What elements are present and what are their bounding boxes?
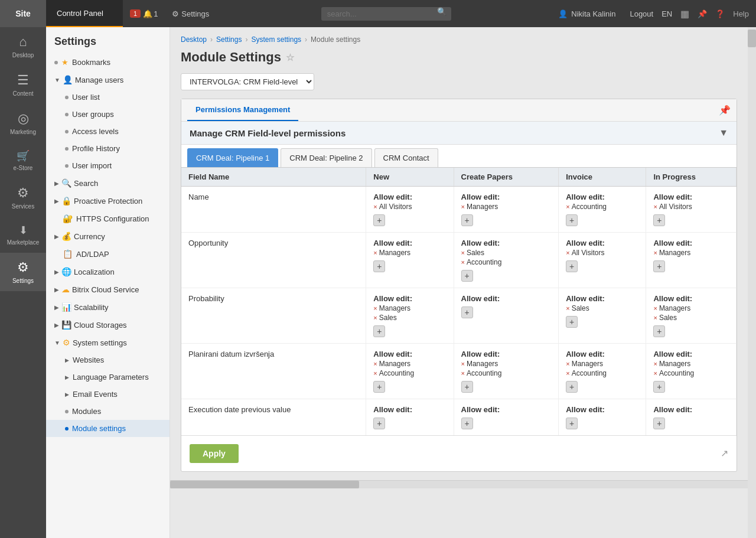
sidebar-item-profile-history[interactable]: Profile History xyxy=(46,140,170,157)
remove-tag-icon[interactable]: × xyxy=(653,360,657,367)
remove-tag-icon[interactable]: × xyxy=(461,203,465,210)
apply-button[interactable]: Apply xyxy=(190,444,239,463)
breadcrumb-system-settings[interactable]: System settings xyxy=(251,35,301,44)
share-icon[interactable]: ↗ xyxy=(721,448,728,459)
bottom-scrollbar[interactable] xyxy=(170,480,748,488)
sidebar-item-marketing[interactable]: ◎ Marketing xyxy=(0,104,46,142)
remove-tag-icon[interactable]: × xyxy=(653,249,657,256)
sidebar-item-websites[interactable]: ▶ Websites xyxy=(46,351,170,369)
add-permission-button[interactable]: + xyxy=(373,418,385,429)
sidebar-item-system-settings[interactable]: ▼ ⚙ System settings xyxy=(46,334,170,351)
sidebar-item-bookmarks[interactable]: ★ Bookmarks xyxy=(46,54,170,71)
sidebar-item-user-import[interactable]: User import xyxy=(46,157,170,174)
add-permission-button[interactable]: + xyxy=(653,260,665,272)
remove-tag-icon[interactable]: × xyxy=(566,305,569,312)
sidebar-item-bitrix-cloud[interactable]: ▶ ☁ Bitrix Cloud Service xyxy=(46,281,170,298)
right-scrollbar[interactable] xyxy=(748,27,756,538)
notifications-button[interactable]: 1 🔔 1 xyxy=(123,9,165,18)
remove-tag-icon[interactable]: × xyxy=(653,314,657,321)
sidebar-item-services[interactable]: ⚙ Services xyxy=(0,178,46,217)
breadcrumb-settings[interactable]: Settings xyxy=(216,35,242,44)
control-panel-tab[interactable]: Control Panel xyxy=(46,0,123,27)
remove-tag-icon[interactable]: × xyxy=(566,249,569,256)
sidebar-item-marketplace[interactable]: ⬇ Marketplace xyxy=(0,217,46,253)
search-input[interactable] xyxy=(321,7,451,21)
remove-tag-icon[interactable]: × xyxy=(653,203,657,210)
crm-tab-pipeline2[interactable]: CRM Deal: Pipeline 2 xyxy=(281,148,372,167)
add-permission-button[interactable]: + xyxy=(653,381,665,393)
sidebar-item-proactive-protection[interactable]: ▶ 🔒 Proactive Protection xyxy=(46,192,170,210)
language-selector[interactable]: EN xyxy=(662,9,672,18)
crm-tab-pipeline1[interactable]: CRM Deal: Pipeline 1 xyxy=(187,148,278,167)
sidebar-item-module-settings[interactable]: Module settings xyxy=(46,420,170,437)
sidebar-item-settings[interactable]: ⚙ Settings xyxy=(0,253,46,291)
remove-tag-icon[interactable]: × xyxy=(373,305,377,312)
remove-tag-icon[interactable]: × xyxy=(373,249,377,256)
add-permission-button[interactable]: + xyxy=(653,418,665,429)
right-scrollbar-thumb[interactable] xyxy=(748,30,756,47)
sidebar-item-estore[interactable]: 🛒 e-Store xyxy=(0,142,46,178)
add-permission-button[interactable]: + xyxy=(653,325,665,337)
sidebar-item-language-params[interactable]: ▶ Language Parameters xyxy=(46,369,170,386)
remove-tag-icon[interactable]: × xyxy=(461,249,465,256)
sidebar-item-adldap[interactable]: 📋 AD/LDAP xyxy=(46,245,170,263)
crm-tab-contact[interactable]: CRM Contact xyxy=(374,148,438,167)
layout-icon[interactable]: ▦ xyxy=(680,8,689,19)
logout-button[interactable]: Logout xyxy=(630,9,653,18)
sidebar-item-content[interactable]: ☰ Content xyxy=(0,66,46,104)
remove-tag-icon[interactable]: × xyxy=(461,259,465,266)
site-button[interactable]: Site xyxy=(0,0,46,27)
remove-tag-icon[interactable]: × xyxy=(373,360,377,367)
remove-tag-icon[interactable]: × xyxy=(566,360,569,367)
sidebar-item-scalability[interactable]: ▶ 📊 Scalability xyxy=(46,298,170,316)
sidebar-item-search[interactable]: ▶ 🔍 Search xyxy=(46,174,170,192)
sidebar-item-https[interactable]: 🔐 HTTPS Configuration xyxy=(46,210,170,227)
tab-permissions-management[interactable]: Permissions Management xyxy=(187,99,298,121)
remove-tag-icon[interactable]: × xyxy=(373,370,377,377)
add-permission-button[interactable]: + xyxy=(461,381,473,393)
add-permission-button[interactable]: + xyxy=(373,214,385,226)
user-menu[interactable]: 👤 Nikita Kalinin xyxy=(551,9,623,18)
bottom-scrollbar-thumb[interactable] xyxy=(170,481,359,488)
add-permission-button[interactable]: + xyxy=(461,307,473,318)
sidebar-item-user-groups[interactable]: User groups xyxy=(46,106,170,123)
sidebar-item-localization[interactable]: ▶ 🌐 Localization xyxy=(46,263,170,281)
add-permission-button[interactable]: + xyxy=(461,418,473,429)
pin-icon[interactable]: 📌 xyxy=(698,9,707,18)
sidebar-item-user-list[interactable]: User list xyxy=(46,89,170,106)
settings-link[interactable]: ⚙ Settings xyxy=(165,9,216,18)
add-permission-button[interactable]: + xyxy=(566,316,578,328)
favorite-star-icon[interactable]: ☆ xyxy=(286,52,294,63)
add-permission-button[interactable]: + xyxy=(373,381,385,393)
sidebar-item-email-events[interactable]: ▶ Email Events xyxy=(46,386,170,403)
add-permission-button[interactable]: + xyxy=(373,325,385,337)
remove-tag-icon[interactable]: × xyxy=(653,305,657,312)
sidebar-item-manage-users[interactable]: ▼ 👤 Manage users xyxy=(46,71,170,89)
add-permission-button[interactable]: + xyxy=(566,381,578,393)
remove-tag-icon[interactable]: × xyxy=(373,314,377,321)
add-permission-button[interactable]: + xyxy=(566,214,578,226)
remove-tag-icon[interactable]: × xyxy=(373,203,377,210)
sidebar-item-access-levels[interactable]: Access levels xyxy=(46,123,170,140)
add-permission-button[interactable]: + xyxy=(653,214,665,226)
breadcrumb-desktop[interactable]: Desktop xyxy=(181,35,207,44)
remove-tag-icon[interactable]: × xyxy=(461,360,465,367)
help-icon[interactable]: ❓ xyxy=(715,9,725,18)
remove-tag-icon[interactable]: × xyxy=(566,370,569,377)
add-permission-button[interactable]: + xyxy=(461,270,473,282)
sidebar-item-modules[interactable]: Modules xyxy=(46,403,170,420)
pin-button[interactable]: 📌 xyxy=(719,105,731,116)
sidebar-item-cloud-storages[interactable]: ▶ 💾 Cloud Storages xyxy=(46,316,170,334)
add-permission-button[interactable]: + xyxy=(566,418,578,429)
add-permission-button[interactable]: + xyxy=(461,214,473,226)
collapse-icon[interactable]: ▼ xyxy=(719,128,728,138)
notification-badge: 1 xyxy=(130,9,141,18)
add-permission-button[interactable]: + xyxy=(373,260,385,272)
remove-tag-icon[interactable]: × xyxy=(461,370,465,377)
remove-tag-icon[interactable]: × xyxy=(653,370,657,377)
remove-tag-icon[interactable]: × xyxy=(566,203,569,210)
sidebar-item-currency[interactable]: ▶ 💰 Currency xyxy=(46,227,170,245)
add-permission-button[interactable]: + xyxy=(566,260,578,272)
module-select[interactable]: INTERVOLGA: CRM Field-level xyxy=(181,73,314,90)
sidebar-item-desktop[interactable]: ⌂ Desktop xyxy=(0,27,46,66)
